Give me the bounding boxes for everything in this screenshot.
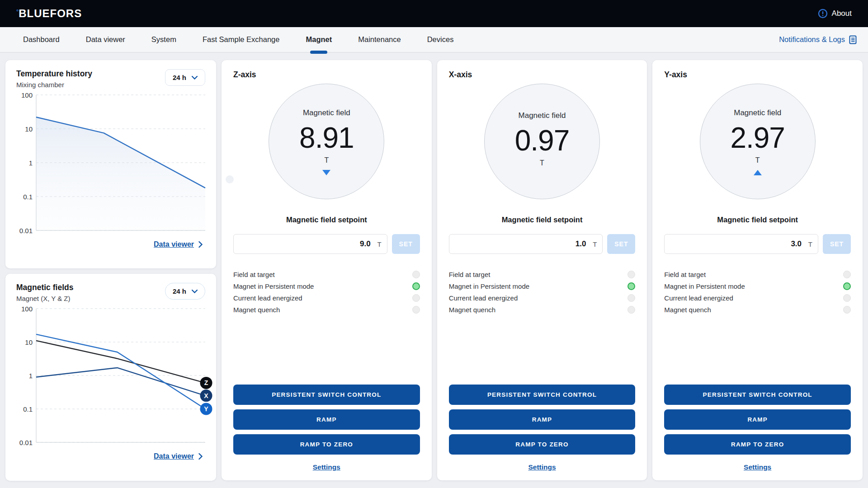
status-indicator	[627, 306, 635, 314]
status-label: Current lead energized	[449, 294, 518, 302]
status-indicator	[627, 271, 635, 278]
status-row-current-lead: Current lead energized	[449, 292, 636, 304]
status-row-magnet-quench: Magnet quench	[664, 304, 851, 315]
y-tick-label: 10	[25, 338, 33, 346]
status-indicator	[627, 282, 635, 290]
tab-data-viewer[interactable]: Data viewer	[73, 27, 138, 52]
magnetic-y-axis: 1001010.10.01	[16, 309, 36, 442]
svg-text:Z: Z	[204, 379, 208, 386]
x-status-list: Field at target Magnet in Persistent mod…	[449, 268, 636, 315]
x-axis-field-value: 0.97	[515, 124, 570, 157]
magnetic-card-title: Magnetic fields	[16, 283, 73, 292]
tab-magnet[interactable]: Magnet	[292, 27, 345, 52]
chevron-right-icon	[198, 241, 203, 248]
magnetic-range-value: 24 h	[173, 287, 186, 295]
setpoint-unit: T	[593, 240, 597, 248]
about-button[interactable]: About	[818, 9, 852, 19]
y-tick-label: 0.1	[23, 193, 33, 201]
y-tick-label: 1	[29, 372, 33, 380]
x-setpoint-input[interactable]	[449, 234, 603, 254]
tab-dashboard[interactable]: Dashboard	[10, 27, 73, 52]
status-row-current-lead: Current lead energized	[664, 292, 851, 304]
status-label: Field at target	[233, 271, 275, 278]
temperature-range-value: 24 h	[173, 74, 186, 81]
x-axis-title: X-axis	[449, 70, 636, 80]
y-tick-label: 100	[21, 91, 33, 99]
status-indicator	[412, 294, 420, 302]
logs-icon	[849, 35, 857, 44]
tab-fast-sample-exchange[interactable]: Fast Sample Exchange	[189, 27, 293, 52]
about-label: About	[832, 9, 852, 18]
temperature-card-title: Temperature history	[16, 69, 92, 79]
setpoint-label: Magnetic field setpoint	[233, 216, 420, 224]
magnetic-range-select[interactable]: 24 h	[165, 283, 205, 300]
x-settings-link[interactable]: Settings	[528, 463, 556, 471]
data-viewer-label: Data viewer	[154, 452, 194, 460]
tab-system[interactable]: System	[138, 27, 189, 52]
z-axis-title: Z-axis	[233, 70, 420, 80]
status-indicator	[412, 282, 420, 290]
notifications-logs-link[interactable]: Notifications & Logs	[779, 35, 857, 44]
y-tick-label: 1	[29, 159, 33, 167]
nav-tabs: Dashboard Data viewer System Fast Sample…	[10, 27, 467, 52]
status-indicator	[843, 294, 851, 302]
logo-text: BLUEFORS	[19, 7, 82, 20]
trend-down-icon	[322, 170, 330, 175]
status-row-persistent-mode: Magnet in Persistent mode	[449, 280, 636, 292]
x-persistent-switch-control-button[interactable]: PERSISTENT SWITCH CONTROL	[449, 385, 636, 405]
z-axis-card: Z-axis Magnetic field 8.91 T Magnetic fi…	[222, 60, 432, 480]
z-axis-field-value: 8.91	[299, 121, 354, 155]
tab-devices[interactable]: Devices	[414, 27, 467, 52]
status-indicator	[843, 271, 851, 278]
data-viewer-label: Data viewer	[154, 240, 194, 249]
y-setpoint-input[interactable]	[664, 234, 818, 254]
temperature-data-viewer-link[interactable]: Data viewer	[154, 240, 203, 249]
left-column: Temperature history Mixing chamber 24 h …	[5, 60, 216, 481]
x-set-button[interactable]: SET	[607, 234, 635, 254]
status-label: Magnet quench	[449, 306, 495, 314]
magnetic-data-viewer-link[interactable]: Data viewer	[154, 452, 203, 460]
status-row-magnet-quench: Magnet quench	[233, 304, 420, 315]
y-axis-gauge: Magnetic field 2.97 T	[700, 84, 816, 199]
z-set-button[interactable]: SET	[392, 234, 420, 254]
temperature-card-subtitle: Mixing chamber	[16, 81, 92, 89]
nav-bar: Dashboard Data viewer System Fast Sample…	[0, 27, 868, 53]
status-row-current-lead: Current lead energized	[233, 292, 420, 304]
status-row-field-at-target: Field at target	[233, 268, 420, 280]
status-label: Current lead energized	[664, 294, 733, 302]
magnetic-fields-chart: 1001010.10.01 ZXY	[16, 309, 205, 442]
status-label: Field at target	[449, 271, 491, 278]
info-icon	[818, 9, 828, 19]
y-axis-field-value: 2.97	[730, 121, 785, 155]
z-ramp-button[interactable]: RAMP	[233, 409, 420, 430]
temperature-history-card: Temperature history Mixing chamber 24 h …	[5, 60, 216, 268]
status-indicator	[843, 282, 851, 290]
y-persistent-switch-control-button[interactable]: PERSISTENT SWITCH CONTROL	[664, 385, 851, 405]
svg-text:X: X	[204, 392, 208, 399]
y-settings-link[interactable]: Settings	[744, 463, 771, 471]
trend-up-icon	[754, 170, 762, 175]
status-label: Magnet in Persistent mode	[664, 282, 745, 290]
status-row-persistent-mode: Magnet in Persistent mode	[664, 280, 851, 292]
stray-dot	[226, 175, 234, 183]
app-header: ° BLUEFORS About	[0, 0, 868, 27]
tab-maintenance[interactable]: Maintenance	[345, 27, 414, 52]
field-unit: T	[324, 156, 329, 164]
y-status-list: Field at target Magnet in Persistent mod…	[664, 268, 851, 315]
x-ramp-button[interactable]: RAMP	[449, 409, 636, 430]
y-tick-label: 0.01	[19, 439, 33, 446]
y-tick-label: 100	[21, 305, 33, 313]
y-ramp-to-zero-button[interactable]: RAMP TO ZERO	[664, 434, 851, 455]
temperature-range-select[interactable]: 24 h	[165, 69, 205, 86]
gauge-label: Magnetic field	[302, 108, 351, 119]
x-ramp-to-zero-button[interactable]: RAMP TO ZERO	[449, 434, 636, 455]
z-settings-link[interactable]: Settings	[313, 463, 340, 471]
z-setpoint-input[interactable]	[233, 234, 387, 254]
z-ramp-to-zero-button[interactable]: RAMP TO ZERO	[233, 434, 420, 455]
y-ramp-button[interactable]: RAMP	[664, 409, 851, 430]
x-axis-gauge: Magnetic field 0.97 T	[484, 84, 600, 199]
status-indicator	[843, 306, 851, 314]
y-set-button[interactable]: SET	[823, 234, 851, 254]
z-persistent-switch-control-button[interactable]: PERSISTENT SWITCH CONTROL	[233, 385, 420, 405]
bluefors-logo: ° BLUEFORS	[16, 7, 82, 20]
